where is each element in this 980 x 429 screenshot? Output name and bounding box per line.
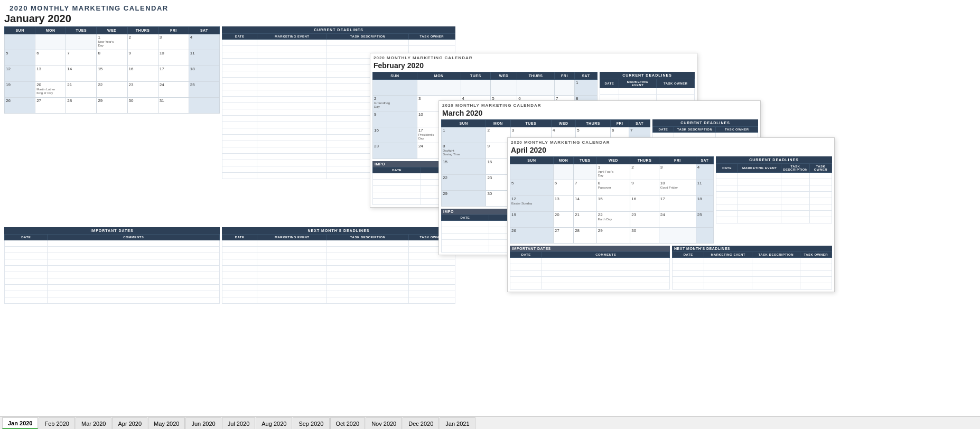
cal-cell: 24 — [158, 82, 189, 98]
table-row — [222, 259, 455, 266]
table-row — [673, 283, 832, 290]
feb-month-title: February 2020 — [370, 60, 697, 72]
cal-cell: 13 — [35, 66, 66, 82]
cal-cell: 4 — [696, 164, 713, 180]
cal-cell: 25 — [189, 82, 219, 98]
cal-cell: 31 — [158, 98, 189, 114]
table-row — [510, 264, 670, 271]
cal-cell: 2 — [127, 34, 158, 50]
next-deadlines-header: NEXT MONTH'S DEADLINES — [222, 227, 455, 234]
cal-cell: 17 — [659, 196, 696, 212]
table-row — [222, 247, 455, 253]
apr-card-title: 2020 MONTHLY MARKETING CALENDAR — [508, 138, 834, 145]
table-row — [5, 285, 220, 291]
cal-cell: 28 — [574, 228, 597, 244]
tab-aug-2020[interactable]: Aug 2020 — [256, 417, 292, 429]
th-task-desc: TASK DESCRIPTION — [327, 34, 408, 40]
table-row — [5, 278, 220, 285]
cal-cell: 26 — [510, 228, 554, 244]
cal-cell: 16 — [373, 127, 417, 143]
tab-sep-2020[interactable]: Sep 2020 — [293, 417, 329, 429]
cal-cell: 23 — [127, 82, 158, 98]
cal-cell: 29 — [596, 228, 630, 244]
tab-may-2020[interactable]: May 2020 — [148, 417, 185, 429]
table-row — [222, 291, 455, 297]
col-thu: THURS — [127, 27, 158, 34]
cal-cell: 22 — [442, 175, 486, 191]
th-task-next: TASK DESCRIPTION — [327, 235, 408, 240]
cal-cell: 29 — [442, 191, 486, 207]
apr-next-table: DATE MARKETING EVENT TASK DESCRIPTION TA… — [672, 251, 832, 290]
table-row — [510, 283, 670, 290]
table-row — [222, 272, 455, 278]
cal-cell — [574, 164, 597, 180]
table-row — [673, 258, 832, 264]
tab-feb-2020[interactable]: Feb 2020 — [39, 417, 74, 429]
cal-cell: 11 — [189, 50, 219, 66]
th-marketing-next: MARKETING EVENT — [257, 235, 327, 240]
cal-cell: 2 — [630, 164, 659, 180]
table-row — [222, 253, 455, 259]
cal-cell: 1 — [574, 80, 597, 96]
tab-dec-2020[interactable]: Dec 2020 — [403, 417, 439, 429]
calendar-card-apr: 2020 MONTHLY MARKETING CALENDAR April 20… — [507, 137, 835, 292]
cal-cell: 22 — [97, 82, 127, 98]
cal-cell: 20Martin Luther King Jr Day — [35, 82, 66, 98]
jan-grid: SUN MON TUES WED THURS FRI SAT 1New Year… — [4, 26, 220, 114]
table-row — [673, 271, 832, 277]
mar-deadlines-header: CURRENT DEADLINES — [652, 119, 758, 126]
tab-jan-2020[interactable]: Jan 2020 — [2, 417, 38, 429]
page-title: 2020 MONTHLY MARKETING CALENDAR — [4, 1, 174, 13]
tab-jan-2021[interactable]: Jan 2021 — [440, 417, 475, 429]
table-row — [5, 266, 220, 272]
cal-cell — [491, 80, 517, 96]
cal-cell: 11 — [696, 180, 713, 196]
cal-cell: 16 — [127, 66, 158, 82]
cal-cell: 8Daylight Saving Time — [442, 143, 486, 159]
cal-cell: 8 — [97, 50, 127, 66]
month-heading: January 2020 — [4, 13, 71, 25]
table-row — [510, 271, 670, 277]
cal-cell — [66, 34, 97, 50]
cal-cell — [461, 80, 491, 96]
cal-cell: 21 — [574, 212, 597, 228]
col-tue: TUES — [66, 27, 97, 34]
cal-cell — [5, 34, 35, 50]
tab-jul-2020[interactable]: Jul 2020 — [222, 417, 256, 429]
cal-cell: 7 — [574, 180, 597, 196]
tab-nov-2020[interactable]: Nov 2020 — [366, 417, 402, 429]
tab-oct-2020[interactable]: Oct 2020 — [330, 417, 366, 429]
tab-jun-2020[interactable]: Jun 2020 — [185, 417, 221, 429]
cal-cell — [517, 80, 555, 96]
tab-apr-2020[interactable]: Apr 2020 — [112, 417, 147, 429]
cal-cell — [696, 228, 713, 244]
cal-cell: 8Passover — [596, 180, 630, 196]
cal-cell: 5 — [510, 180, 554, 196]
table-row — [716, 211, 832, 217]
cal-cell: 9 — [127, 50, 158, 66]
cal-cell: 9 — [630, 180, 659, 196]
cal-cell: 1 — [442, 127, 486, 143]
cal-cell: 22Earth Day — [596, 212, 630, 228]
col-sun: SUN — [5, 27, 35, 34]
cal-cell: 28 — [66, 98, 97, 114]
table-row — [716, 185, 832, 192]
cal-cell: 18 — [696, 196, 713, 212]
tab-mar-2020[interactable]: Mar 2020 — [76, 417, 111, 429]
cal-cell: 29 — [97, 98, 127, 114]
table-row — [510, 258, 670, 264]
tab-bar: Jan 2020Feb 2020Mar 2020Apr 2020May 2020… — [0, 416, 980, 429]
cal-cell: 1April Fool's Day — [596, 164, 630, 180]
apr-imp-table: DATE COMMENTS — [510, 251, 670, 290]
cal-cell: 2Groundhog Day — [373, 96, 417, 111]
th-date-next: DATE — [222, 235, 257, 240]
table-row — [716, 192, 832, 198]
table-row — [600, 88, 695, 95]
table-row — [716, 204, 832, 211]
important-dates-table: DATE COMMENTS — [4, 234, 220, 304]
apr-next-header: NEXT MONTH'S DEADLINES — [672, 246, 832, 251]
cal-cell: 13 — [553, 196, 573, 212]
important-dates-header: IMPORTANT DATES — [4, 227, 220, 234]
table-row — [222, 266, 455, 272]
table-row — [673, 277, 832, 283]
